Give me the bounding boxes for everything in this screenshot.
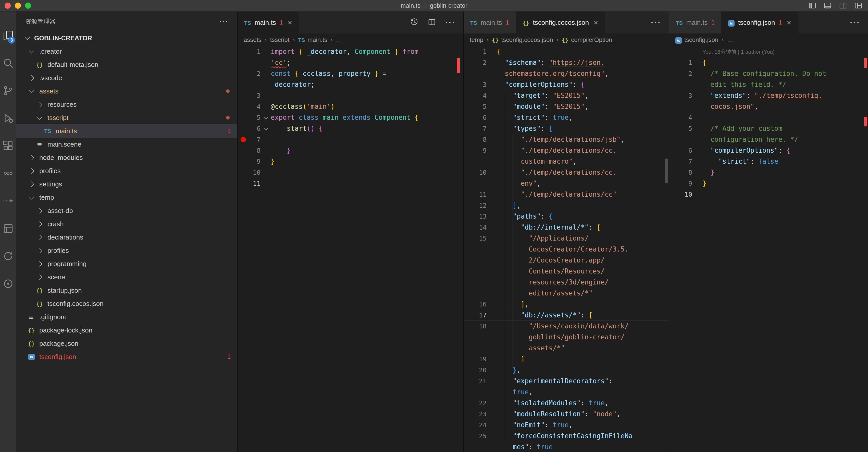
breadcrumb[interactable]: assets›tsscript›TSmain.ts›… xyxy=(238,33,463,46)
tree-item-scene[interactable]: scene xyxy=(16,271,237,284)
breadcrumb-item[interactable]: tsscript xyxy=(270,36,289,44)
close-tab-icon[interactable]: × xyxy=(593,18,598,27)
close-window-button[interactable] xyxy=(5,3,11,9)
tree-item-temp[interactable]: temp xyxy=(16,191,237,204)
tree-item-profiles[interactable]: profiles xyxy=(16,244,237,257)
code-token: "db://internal/*" xyxy=(497,223,589,231)
tree-item-resources[interactable]: resources xyxy=(16,98,237,111)
more-actions-icon[interactable]: ··· xyxy=(651,18,661,27)
tree-item-asset-db[interactable]: asset-db xyxy=(16,204,237,217)
activity-cocos-plugin-icon[interactable] xyxy=(0,270,16,298)
code-token: , xyxy=(605,399,609,407)
breadcrumb-item[interactable]: temp xyxy=(470,36,483,44)
tree-item-.gitignore[interactable]: ≡.gitignore xyxy=(16,310,237,323)
tree-item-package.json[interactable]: {}package.json xyxy=(16,337,237,350)
activity-extensions-icon[interactable] xyxy=(0,132,16,160)
code-token: false xyxy=(758,158,778,165)
tree-item-package-lock.json[interactable]: {}package-lock.json xyxy=(16,323,237,337)
code-token: : xyxy=(541,124,549,132)
code-token: "compilerOptions" xyxy=(703,147,778,154)
tree-item-.vscode[interactable]: .vscode xyxy=(16,71,237,85)
tree-item-tsconfig.json[interactable]: tstsconfig.json1 xyxy=(16,350,237,363)
line-number: 8 xyxy=(669,167,692,178)
breadcrumb[interactable]: tstsconfig.json›… xyxy=(669,33,868,46)
split-actions-icon[interactable] xyxy=(428,18,436,27)
close-tab-icon[interactable]: × xyxy=(287,18,292,27)
breadcrumb-item[interactable]: {}tsconfig.cocos.json xyxy=(492,36,553,44)
code-line: edit this field. */ xyxy=(669,79,868,90)
code-token: "./temp/declarations/jsb" xyxy=(497,136,621,143)
line-number: 8 xyxy=(238,145,260,156)
breakpoint-icon[interactable] xyxy=(241,137,246,142)
more-actions-icon[interactable]: ··· xyxy=(850,18,860,27)
tree-item-tsscript[interactable]: tsscript xyxy=(16,111,237,124)
customize-layout-icon[interactable] xyxy=(854,2,862,11)
chevron-right-icon xyxy=(35,262,44,266)
line-number: 2 xyxy=(464,57,487,68)
more-actions-icon[interactable]: ··· xyxy=(445,18,456,27)
activity-lua-helper-icon[interactable]: ua de xyxy=(0,187,16,215)
tree-item-declarations[interactable]: declarations xyxy=(16,231,237,244)
minimize-window-button[interactable] xyxy=(15,3,21,9)
history-actions-icon[interactable] xyxy=(410,18,418,27)
line-number: 1 xyxy=(464,46,487,57)
tree-item-label: startup.json xyxy=(48,286,82,294)
toggle-primary-sidebar-icon[interactable] xyxy=(808,2,816,11)
explorer-root-folder[interactable]: GOBLIN-CREATOR xyxy=(16,31,237,45)
code-line: 4 "target": "ES2015", xyxy=(464,90,669,101)
tree-item-label: scene xyxy=(48,273,65,281)
tab-main.ts[interactable]: TSmain.ts1 xyxy=(669,11,721,33)
tree-item-node_modules[interactable]: node_modules xyxy=(16,151,237,164)
activity-sync-icon[interactable] xyxy=(0,242,16,270)
tree-item-programming[interactable]: programming xyxy=(16,257,237,271)
code-line: cocos.json", xyxy=(669,101,868,112)
code-line: 14 "db://internal/*": [ xyxy=(464,222,669,233)
code-line: 10 xyxy=(238,167,463,178)
breadcrumb-item[interactable]: tstsconfig.json xyxy=(675,36,718,44)
activity-todo-tree-icon[interactable]: ODO xyxy=(0,160,16,187)
zoom-window-button[interactable] xyxy=(25,3,31,9)
tab-main.ts[interactable]: TSmain.ts1× xyxy=(238,11,299,33)
activity-run-and-debug-icon[interactable] xyxy=(0,105,16,132)
breadcrumb-item[interactable]: {}compilerOption xyxy=(562,36,612,44)
breadcrumb[interactable]: temp›{}tsconfig.cocos.json›{}compilerOpt… xyxy=(464,33,669,46)
tree-item-default-meta.json[interactable]: {}default-meta.json xyxy=(16,58,237,71)
toggle-secondary-sidebar-icon[interactable] xyxy=(839,2,847,11)
code-editor[interactable]: 1{2 "$schema": "https://json. schemastor… xyxy=(464,46,669,452)
tree-item-main.ts[interactable]: TSmain.ts1 xyxy=(16,124,237,138)
breadcrumb-item[interactable]: TSmain.ts xyxy=(298,36,327,44)
toggle-panel-icon[interactable] xyxy=(824,2,832,11)
tree-item-startup.json[interactable]: {}startup.json xyxy=(16,284,237,297)
code-token: } xyxy=(375,70,379,77)
line-number: 24 xyxy=(464,420,487,430)
code-token: , xyxy=(529,388,533,396)
gitlens-annotation[interactable]: You, 18分钟前 | 1 author (You) xyxy=(669,46,868,57)
tab-tsconfig.cocos.json[interactable]: {}tsconfig.cocos.json× xyxy=(516,11,605,33)
tab-main.ts[interactable]: TSmain.ts1 xyxy=(464,11,516,33)
activity-search-icon[interactable] xyxy=(0,49,16,77)
breadcrumb-item[interactable]: … xyxy=(727,36,733,44)
close-tab-icon[interactable]: × xyxy=(786,18,792,27)
tree-item-.creator[interactable]: .creator xyxy=(16,45,237,58)
tree-item-assets[interactable]: assets xyxy=(16,85,237,98)
tree-item-settings[interactable]: settings xyxy=(16,177,237,191)
code-token: , xyxy=(585,103,589,110)
tree-item-profiles[interactable]: profiles xyxy=(16,164,237,177)
activity-explorer-icon[interactable]: 3 xyxy=(0,22,16,49)
chevron-down-icon xyxy=(35,117,44,119)
tree-item-main.scene[interactable]: ≡main.scene xyxy=(16,138,237,151)
activity-notebook-icon[interactable] xyxy=(0,215,16,242)
explorer-more-actions-icon[interactable]: ··· xyxy=(219,17,228,26)
breadcrumb-item[interactable]: assets xyxy=(244,36,261,44)
tree-item-tsconfig.cocos.json[interactable]: {}tsconfig.cocos.json xyxy=(16,297,237,310)
tree-item-crash[interactable]: crash xyxy=(16,217,237,231)
code-line: 2 "$schema": "https://json. xyxy=(464,57,669,68)
tab-tsconfig.json[interactable]: tstsconfig.json1× xyxy=(721,11,798,33)
code-editor[interactable]: You, 18分钟前 | 1 author (You)1{2 /* Base c… xyxy=(669,46,868,452)
activity-source-control-icon[interactable] xyxy=(0,77,16,105)
breadcrumb-item[interactable]: … xyxy=(336,36,342,44)
code-token: } xyxy=(497,366,517,374)
tree-item-label: package-lock.json xyxy=(39,327,92,334)
fold-chevron-icon xyxy=(260,112,271,123)
code-editor[interactable]: 1import { _decorator, Component } from'c… xyxy=(238,46,463,452)
